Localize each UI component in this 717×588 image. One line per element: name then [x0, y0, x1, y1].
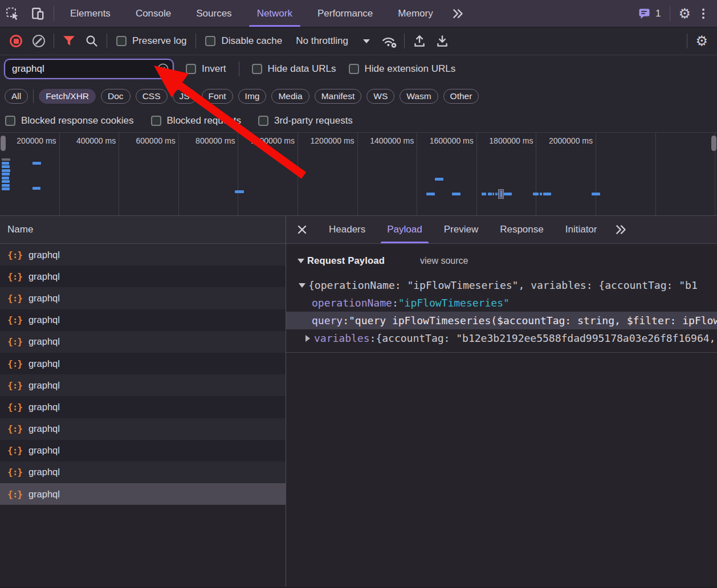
tab-elements[interactable]: Elements	[58, 0, 123, 27]
timeline-tick-label: 600000 ms	[136, 136, 176, 145]
clear-network-log-button[interactable]	[27, 35, 50, 47]
table-row[interactable]: {:}graphql	[0, 374, 286, 396]
clear-filter-button[interactable]	[157, 63, 169, 75]
table-row[interactable]: {:}graphql	[0, 244, 286, 266]
disable-cache-checkbox[interactable]: Disable cache	[205, 35, 282, 47]
network-filter-input[interactable]	[5, 59, 173, 79]
record-network-log-button[interactable]	[5, 35, 27, 47]
export-har-button[interactable]	[431, 34, 454, 48]
name-column-header[interactable]: Name	[0, 216, 286, 244]
timeline-segment	[656, 133, 716, 215]
filter-chip-js[interactable]: JS	[173, 89, 197, 104]
checkbox-blocked-requests[interactable]: Blocked requests	[151, 115, 241, 126]
throttling-dropdown[interactable]: No throttling	[288, 35, 378, 47]
network-overview-timeline[interactable]: 200000 ms400000 ms600000 ms800000 ms1000…	[0, 133, 717, 216]
json-braces-icon: {:}	[7, 271, 22, 282]
filter-chip-fetch-xhr[interactable]: Fetch/XHR	[39, 89, 96, 104]
divider	[670, 6, 670, 21]
request-name: graphql	[28, 489, 60, 500]
waterfall-bar	[495, 193, 497, 195]
table-row[interactable]: {:}graphql	[0, 396, 286, 418]
more-panels-button[interactable]	[446, 0, 471, 27]
tab-sources[interactable]: Sources	[184, 0, 244, 27]
table-row[interactable]: {:}graphql	[0, 331, 286, 353]
details-tab-response[interactable]: Response	[489, 216, 555, 243]
divider	[286, 352, 717, 353]
collapsed-triangle-icon[interactable]	[305, 335, 310, 342]
payload-tree-row[interactable]: {operationName: "ipFlowTimeseries", vari…	[286, 276, 717, 294]
payload-tree-row[interactable]: query: "query ipFlowTimeseries($accountT…	[286, 312, 717, 329]
details-tab-payload[interactable]: Payload	[376, 216, 433, 243]
settings-gear-icon[interactable]: ⚙	[674, 7, 695, 21]
filter-chip-media[interactable]: Media	[271, 89, 309, 104]
more-detail-tabs-button[interactable]	[608, 216, 635, 243]
view-source-link[interactable]: view source	[420, 256, 468, 266]
request-name: graphql	[28, 293, 60, 304]
hide-data-urls-checkbox[interactable]: Hide data URLs	[252, 63, 336, 75]
divider	[107, 34, 107, 48]
request-name: graphql	[28, 358, 60, 369]
waterfall-bar	[452, 193, 461, 195]
tab-console[interactable]: Console	[123, 0, 184, 27]
json-braces-icon: {:}	[7, 250, 22, 260]
timeline-left-handle[interactable]	[1, 136, 6, 151]
tab-network[interactable]: Network	[245, 0, 305, 27]
import-har-button[interactable]	[408, 34, 431, 48]
filter-chip-font[interactable]: Font	[202, 89, 233, 104]
filter-toggle-button[interactable]	[58, 35, 80, 47]
waterfall-bar	[435, 178, 443, 181]
payload-token: :	[343, 315, 349, 326]
filter-chip-all[interactable]: All	[5, 89, 28, 104]
details-tab-headers[interactable]: Headers	[318, 216, 376, 243]
table-row[interactable]: {:}graphql	[0, 418, 286, 440]
issues-button[interactable]: 1	[632, 7, 666, 21]
divider	[239, 62, 239, 76]
table-row[interactable]: {:}graphql	[0, 483, 286, 505]
checkbox-icon	[186, 64, 196, 74]
filter-input-wrap	[5, 59, 173, 79]
search-network-button[interactable]	[80, 34, 103, 48]
hide-extension-urls-checkbox[interactable]: Hide extension URLs	[349, 63, 456, 75]
preserve-log-checkbox[interactable]: Preserve log	[116, 35, 186, 47]
expand-triangle-icon[interactable]	[299, 283, 305, 288]
details-tab-initiator[interactable]: Initiator	[555, 216, 608, 243]
filter-chip-manifest[interactable]: Manifest	[315, 89, 362, 104]
timeline-right-handle[interactable]	[711, 136, 716, 151]
json-braces-icon: {:}	[7, 489, 22, 500]
filter-chip-doc[interactable]: Doc	[101, 89, 131, 104]
table-row[interactable]: {:}graphql	[0, 266, 286, 287]
filter-chip-other[interactable]: Other	[443, 89, 479, 104]
waterfall-bar	[482, 193, 486, 195]
network-settings-gear-icon[interactable]: ⚙	[691, 34, 712, 48]
table-row[interactable]: {:}graphql	[0, 287, 286, 309]
payload-tree-row[interactable]: operationName: "ipFlowTimeseries"	[286, 294, 717, 312]
filter-chip-ws[interactable]: WS	[366, 89, 394, 104]
table-row[interactable]: {:}graphql	[0, 353, 286, 374]
table-row[interactable]: {:}graphql	[0, 440, 286, 462]
invert-checkbox[interactable]: Invert	[186, 63, 226, 75]
filter-chip-img[interactable]: Img	[238, 89, 267, 104]
filter-chip-wasm[interactable]: Wasm	[400, 89, 438, 104]
disable-cache-label: Disable cache	[221, 35, 282, 47]
request-name: graphql	[28, 445, 60, 456]
network-conditions-button[interactable]	[378, 34, 401, 48]
checkbox-3rd-party-requests[interactable]: 3rd-party requests	[258, 115, 353, 126]
device-toolbar-button[interactable]	[25, 0, 50, 27]
details-tab-preview[interactable]: Preview	[433, 216, 489, 243]
request-payload-title: Request Payload	[307, 255, 385, 266]
checkbox-icon	[151, 116, 161, 126]
table-row[interactable]: {:}graphql	[0, 309, 286, 331]
requests-panel: Name {:}graphql{:}graphql{:}graphql{:}gr…	[0, 216, 286, 587]
waterfall-bar	[426, 193, 435, 195]
request-name: graphql	[28, 380, 60, 391]
tab-performance[interactable]: Performance	[305, 0, 385, 27]
inspect-element-button[interactable]	[0, 0, 25, 27]
request-payload-header[interactable]: Request Payload view source	[286, 253, 717, 268]
tab-memory[interactable]: Memory	[385, 0, 445, 27]
devtools-menu-button[interactable]	[695, 9, 711, 19]
checkbox-blocked-response-cookies[interactable]: Blocked response cookies	[5, 115, 134, 126]
payload-tree-row[interactable]: variables: {accountTag: "b12e3b2192ee558…	[286, 329, 717, 347]
table-row[interactable]: {:}graphql	[0, 462, 286, 483]
close-details-button[interactable]	[286, 216, 318, 243]
filter-chip-css[interactable]: CSS	[136, 89, 168, 104]
